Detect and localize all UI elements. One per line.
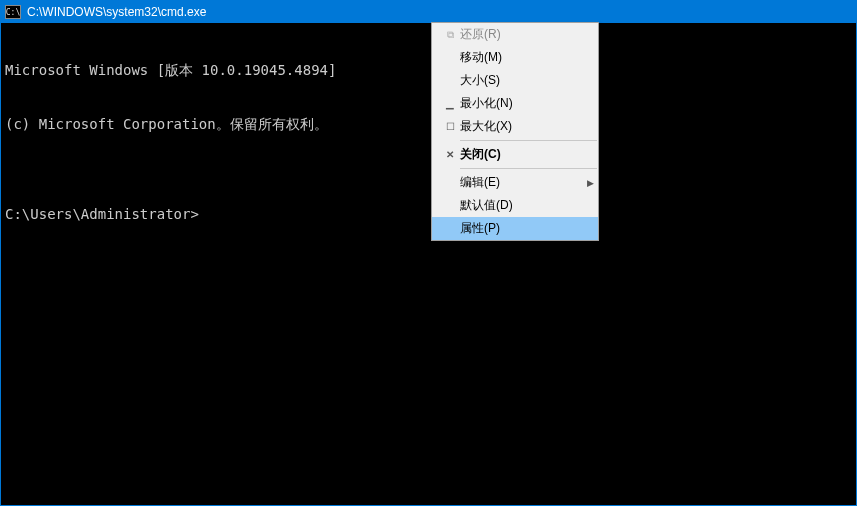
menu-label: 属性(P) <box>460 220 598 237</box>
terminal-line: (c) Microsoft Corporation。保留所有权利。 <box>5 115 852 133</box>
minimize-icon: ▁ <box>440 98 460 109</box>
close-icon: ✕ <box>440 149 460 160</box>
menu-restore: ⧉ 还原(R) <box>432 23 598 46</box>
menu-separator <box>460 140 597 141</box>
menu-minimize[interactable]: ▁ 最小化(N) <box>432 92 598 115</box>
menu-defaults[interactable]: 默认值(D) <box>432 194 598 217</box>
terminal-area[interactable]: Microsoft Windows [版本 10.0.19045.4894] (… <box>1 23 856 505</box>
titlebar[interactable]: C:\ C:\WINDOWS\system32\cmd.exe <box>1 1 856 23</box>
menu-label: 关闭(C) <box>460 146 598 163</box>
terminal-prompt: C:\Users\Administrator> <box>5 205 852 223</box>
menu-move[interactable]: 移动(M) <box>432 46 598 69</box>
menu-separator <box>460 168 597 169</box>
submenu-arrow-icon: ▶ <box>582 178 598 188</box>
menu-close[interactable]: ✕ 关闭(C) <box>432 143 598 166</box>
menu-label: 大小(S) <box>460 72 598 89</box>
menu-label: 默认值(D) <box>460 197 598 214</box>
restore-icon: ⧉ <box>440 29 460 41</box>
menu-label: 移动(M) <box>460 49 598 66</box>
menu-properties[interactable]: 属性(P) <box>432 217 598 240</box>
menu-edit[interactable]: 编辑(E) ▶ <box>432 171 598 194</box>
menu-maximize[interactable]: ☐ 最大化(X) <box>432 115 598 138</box>
app-icon[interactable]: C:\ <box>5 5 21 19</box>
cmd-window: C:\ C:\WINDOWS\system32\cmd.exe Microsof… <box>0 0 857 506</box>
menu-label: 最大化(X) <box>460 118 598 135</box>
system-context-menu: ⧉ 还原(R) 移动(M) 大小(S) ▁ 最小化(N) ☐ 最大化(X) ✕ … <box>431 22 599 241</box>
menu-label: 还原(R) <box>460 26 598 43</box>
maximize-icon: ☐ <box>440 121 460 132</box>
menu-label: 编辑(E) <box>460 174 582 191</box>
menu-size[interactable]: 大小(S) <box>432 69 598 92</box>
menu-label: 最小化(N) <box>460 95 598 112</box>
window-title: C:\WINDOWS\system32\cmd.exe <box>27 5 206 19</box>
terminal-line: Microsoft Windows [版本 10.0.19045.4894] <box>5 61 852 79</box>
